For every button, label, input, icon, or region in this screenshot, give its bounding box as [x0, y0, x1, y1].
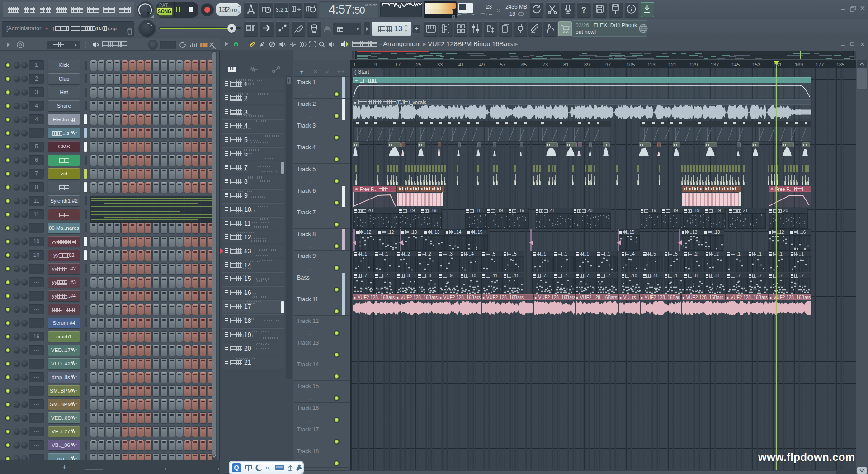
svg-text:o,: o, — [266, 465, 270, 470]
